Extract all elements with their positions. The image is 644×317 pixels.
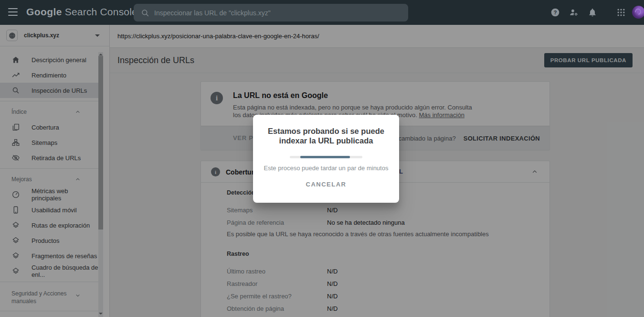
menu-icon[interactable] xyxy=(8,8,19,17)
search-icon xyxy=(141,9,149,17)
svg-text:?: ? xyxy=(554,10,557,15)
testing-indexability-dialog: Estamos probando si se puede indexar la … xyxy=(253,115,399,203)
app: GoogleSearch Console ? clickplus.xyz Des… xyxy=(0,0,644,317)
logo-search-console: Search Console xyxy=(65,6,137,17)
logo-google: Google xyxy=(26,6,62,17)
progress-bar-track xyxy=(290,156,362,158)
dialog-title: Estamos probando si se puede indexar la … xyxy=(261,127,391,145)
notifications-icon[interactable] xyxy=(588,8,597,17)
app-logo: GoogleSearch Console xyxy=(26,6,137,18)
url-inspect-searchbox[interactable] xyxy=(134,4,408,22)
apps-grid-icon[interactable] xyxy=(616,8,626,17)
manage-users-icon[interactable] xyxy=(569,8,579,17)
help-icon[interactable]: ? xyxy=(550,8,560,17)
avatar[interactable] xyxy=(632,6,644,19)
search-input[interactable] xyxy=(154,9,402,17)
dialog-caption: Este proceso puede tardar un par de minu… xyxy=(253,164,399,172)
top-app-bar: GoogleSearch Console ? xyxy=(0,0,644,25)
cancel-button[interactable]: CANCELAR xyxy=(306,181,347,188)
progress-bar-fill xyxy=(300,156,350,158)
